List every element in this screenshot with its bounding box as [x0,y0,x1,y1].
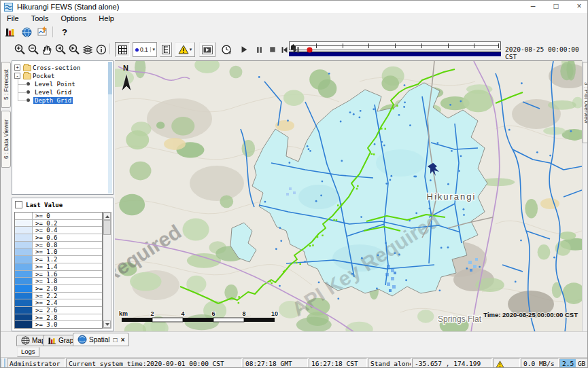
record-icon [306,46,313,54]
expand-icon[interactable]: + [14,65,20,71]
menu-help[interactable]: Help [92,14,120,24]
status-warning-cell[interactable] [493,358,520,368]
tree-item-level-grid[interactable]: Level Grid [12,88,113,96]
tab-close-icon[interactable]: × [121,336,125,344]
legend-row-label: >= 2.4 [33,299,58,306]
menu-options[interactable]: Options [54,14,92,24]
legend-header: Last Value [15,201,63,208]
filter-tree[interactable]: + Cross-section - Pocket Level Point Lev… [12,60,114,195]
globe-icon [77,335,87,344]
last-value-checkbox[interactable] [15,201,22,208]
legend-row: >= 2.2 [15,293,102,300]
zoom-previous-icon [54,43,67,56]
scroll-down-button[interactable] [103,320,111,328]
help-button[interactable]: ? [58,26,71,38]
timer-button[interactable] [220,42,233,57]
zoom-previous-button[interactable] [54,42,67,57]
tree-scrollbar[interactable] [108,62,112,194]
grid-icon [118,45,127,54]
folder-icon [23,65,31,71]
legend-scrollbar[interactable] [103,212,111,329]
legend-row-label: >= 2.2 [33,293,58,299]
legend-row: >= 3.0 [15,321,102,329]
pan-button[interactable] [40,42,54,57]
logs-row: Logs [1,346,588,357]
info-icon [95,43,107,56]
step-back-button[interactable] [279,42,289,57]
close-button[interactable]: × [569,1,588,12]
window-title: Hikurangi FEWS (Stand alone) [17,3,119,11]
warning-triangle-icon [496,361,504,368]
legend-row: >= 0 [15,213,102,220]
zoom-next-button[interactable] [67,42,81,57]
scrollbar-thumb[interactable] [103,220,111,235]
map-canvas[interactable]: API Key Required API Key Required [115,61,582,331]
legend-row-label: >= 1.6 [33,271,58,278]
skip-start-icon [281,46,288,54]
logs-button[interactable]: Logs [17,347,39,357]
tree-item-level-point[interactable]: Level Point [12,80,113,88]
maximize-button[interactable]: □ [546,1,566,12]
step-forward-button2[interactable] [291,42,300,57]
pause-button[interactable] [254,42,264,57]
chevron-down-icon: ▾ [150,47,156,52]
tab-forecast[interactable]: 5 : Forecast [1,62,11,108]
stop-button[interactable] [267,42,278,57]
info-button[interactable] [94,42,108,57]
minimize-button[interactable]: – [523,1,543,12]
zoom-in-button[interactable] [13,42,27,57]
timeline-slider[interactable] [289,41,501,58]
clock-icon [220,43,232,56]
longitudinal-profile-button[interactable] [160,42,172,57]
legend-panel: Last Value >= 0>= 0.2>= 0.4>= 0.6>= 0.8>… [12,198,114,331]
record-button[interactable] [305,42,315,57]
tree-item-label[interactable]: Level Grid [33,89,73,96]
thresholds-warning-dropdown[interactable]: ▾ [175,42,195,57]
legend-color-swatch [15,299,33,306]
timeseries-display-button[interactable] [3,26,17,38]
bottom-tab-bar: Map Graph Spatial □ × [1,331,588,347]
legend-row-label: >= 2.8 [33,314,58,321]
tree-item-label[interactable]: Cross-section [33,65,80,71]
legend-table: >= 0>= 0.2>= 0.4>= 0.6>= 0.8>= 1.0>= 1.2… [14,212,103,329]
spatial-map-view[interactable]: API Key Required API Key Required [115,60,582,331]
tab-plot-overview[interactable]: 3 : Plot Overview [583,62,588,143]
contour-interval-dropdown[interactable]: 0.1 ▾ [133,42,157,57]
tab-spatial[interactable]: Spatial □ × [73,333,129,346]
tree-item-label-selected[interactable]: Depth Grid [33,97,73,104]
timeline-track[interactable] [289,41,501,50]
tab-maximize-icon[interactable]: □ [114,336,118,344]
animation-button[interactable] [199,42,215,57]
tree-item-label[interactable]: Level Point [33,81,77,88]
zoom-out-button[interactable] [27,42,40,57]
scroll-up-button[interactable] [103,213,111,220]
legend-row: >= 1.6 [15,271,102,278]
pause-icon [256,46,263,54]
last-value-label: Last Value [26,202,63,208]
legend-color-swatch [15,293,33,299]
tree-item-cross-section[interactable]: + Cross-section [12,64,113,72]
folder-icon [23,73,31,79]
tree-item-depth-grid[interactable]: Depth Grid [12,96,113,105]
legend-color-swatch [15,278,33,284]
menu-file[interactable]: File [1,14,25,24]
tree-item-label[interactable]: Pocket [33,73,55,79]
bullet-icon [27,98,30,102]
tree-item-pocket[interactable]: - Pocket [12,72,113,80]
play-button[interactable] [239,42,249,57]
layers-button[interactable] [81,42,94,57]
collapse-icon[interactable]: - [14,73,20,79]
map-display-button[interactable] [20,26,33,38]
menu-tools[interactable]: Tools [25,14,55,24]
profile-gauge-icon [162,45,170,54]
grid-display-button[interactable] [115,42,130,57]
legend-color-swatch [15,285,33,292]
legend-row: >= 0.2 [15,220,102,227]
tab-data-viewer[interactable]: 6 : Data Viewer [1,111,11,168]
scrollbar-thumb[interactable] [108,62,112,94]
scale-tick-label: 6 [211,310,215,317]
forecast-dialog-button[interactable] [36,26,50,38]
bar-chart-icon [48,336,56,345]
zoom-next-icon [68,43,80,56]
status-user: Administrator [7,358,65,368]
